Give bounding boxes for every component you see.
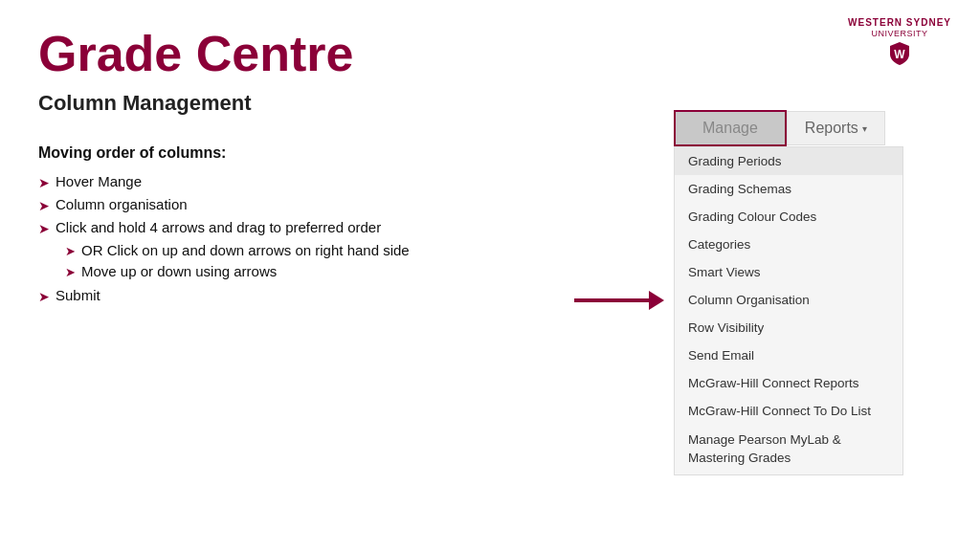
section-heading: Moving order of columns: <box>38 144 574 162</box>
list-item: ➤ Submit <box>38 287 574 304</box>
list-item-text: Hover Mange <box>56 173 142 189</box>
menu-item-label: Smart Views <box>688 265 761 279</box>
dropdown-menu: Grading Periods Grading Schemas Grading … <box>674 146 903 475</box>
list-item: ➤ OR Click on up and down arrows on righ… <box>65 242 574 258</box>
logo-area: WESTERN SYDNEY UNIVERSITY W <box>848 17 951 66</box>
menu-item-grading-schemas[interactable]: Grading Schemas <box>675 175 902 203</box>
last-bullet-list: ➤ Submit <box>38 287 574 304</box>
menu-item-mcgraw-connect-reports[interactable]: McGraw-Hill Connect Reports <box>675 369 902 397</box>
menu-item-categories[interactable]: Categories <box>675 231 902 258</box>
logo-text-university: UNIVERSITY <box>848 29 951 38</box>
menu-item-grading-colour-codes[interactable]: Grading Colour Codes <box>675 203 902 231</box>
right-panel: Manage Reports ▾ Grading Periods Grading… <box>674 110 942 475</box>
menu-item-label: Grading Schemas <box>688 182 791 196</box>
bullet-arrow-icon: ➤ <box>38 198 50 213</box>
list-item-text: OR Click on up and down arrows on right … <box>81 242 410 258</box>
list-item-text: Click and hold 4 arrows and drag to pref… <box>56 219 381 235</box>
menu-item-label: Grading Periods <box>688 154 782 168</box>
tabs-row: Manage Reports ▾ <box>674 110 942 146</box>
page: WESTERN SYDNEY UNIVERSITY W Grade Centre… <box>0 0 980 551</box>
menu-item-column-organisation[interactable]: Column Organisation <box>675 286 902 314</box>
bullet-arrow-icon: ➤ <box>38 175 50 190</box>
logo-text-western: WESTERN SYDNEY <box>848 17 951 29</box>
menu-item-label: Column Organisation <box>688 293 810 307</box>
menu-item-row-visibility[interactable]: Row Visibility <box>675 314 902 342</box>
main-bullet-list: ➤ Hover Mange ➤ Column organisation ➤ Cl… <box>38 173 574 236</box>
list-item-text: Submit <box>56 287 100 303</box>
arrow-head-icon <box>649 291 664 310</box>
menu-item-manage-pearson[interactable]: Manage Pearson MyLab & Mastering Grades <box>675 425 902 474</box>
bullet-arrow-icon: ➤ <box>38 289 50 304</box>
bullet-arrow-icon: ➤ <box>65 244 76 258</box>
menu-item-mcgraw-connect-todo[interactable]: McGraw-Hill Connect To Do List <box>675 397 902 425</box>
page-subtitle: Column Management <box>38 91 574 116</box>
list-item: ➤ Click and hold 4 arrows and drag to pr… <box>38 219 574 236</box>
caret-icon: ▾ <box>862 123 867 134</box>
menu-item-label: McGraw-Hill Connect Reports <box>688 376 859 390</box>
svg-text:W: W <box>894 48 905 61</box>
list-item: ➤ Hover Mange <box>38 173 574 190</box>
menu-item-send-email[interactable]: Send Email <box>675 342 902 369</box>
list-item: ➤ Move up or down using arrows <box>65 263 574 279</box>
bullet-arrow-icon: ➤ <box>65 265 76 279</box>
bullet-arrow-icon: ➤ <box>38 221 50 236</box>
menu-item-label: Categories <box>688 237 750 252</box>
tab-reports-label: Reports <box>805 120 858 137</box>
menu-item-label: Send Email <box>688 348 754 363</box>
list-item-text: Move up or down using arrows <box>81 263 277 279</box>
tab-reports[interactable]: Reports ▾ <box>787 111 885 145</box>
menu-item-label: Row Visibility <box>688 320 764 335</box>
sub-bullet-list: ➤ OR Click on up and down arrows on righ… <box>38 242 574 279</box>
arrow-pointer <box>574 291 664 310</box>
shield-icon: W <box>889 41 910 66</box>
page-title: Grade Centre <box>38 27 574 81</box>
menu-item-label: Grading Colour Codes <box>688 209 816 224</box>
menu-item-smart-views[interactable]: Smart Views <box>675 258 902 286</box>
list-item-text: Column organisation <box>56 196 188 212</box>
menu-item-label: Manage Pearson MyLab & Mastering Grades <box>688 432 841 465</box>
arrow-line <box>574 298 649 302</box>
tab-manage[interactable]: Manage <box>674 110 787 146</box>
menu-item-grading-periods[interactable]: Grading Periods <box>675 147 902 175</box>
menu-item-label: McGraw-Hill Connect To Do List <box>688 404 871 418</box>
list-item: ➤ Column organisation <box>38 196 574 213</box>
logo-shield: W <box>848 41 951 66</box>
left-content: Grade Centre Column Management Moving or… <box>38 27 574 310</box>
